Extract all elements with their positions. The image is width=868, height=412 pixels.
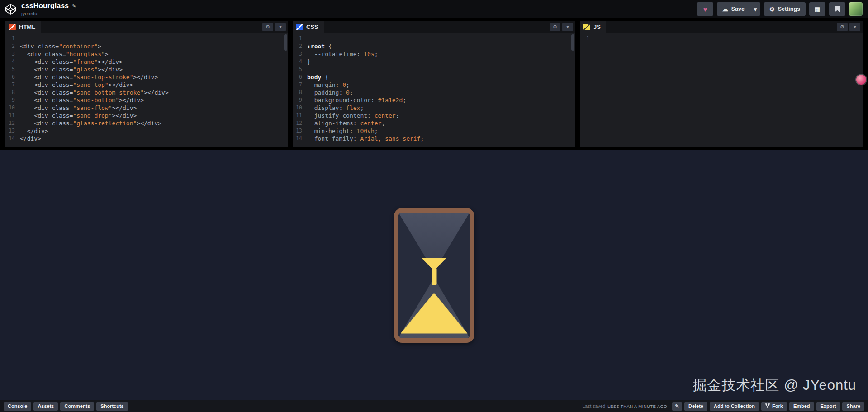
code-line[interactable]: 1 (293, 35, 575, 43)
html-panel-tab[interactable]: HTML (5, 21, 41, 33)
js-panel-tab[interactable]: JS (580, 21, 606, 33)
css-panel-tab[interactable]: CSS (293, 21, 324, 33)
shortcuts-button[interactable]: Shortcuts (96, 402, 128, 411)
code-line[interactable]: 1 (5, 35, 288, 43)
sand-top-funnel (422, 258, 446, 268)
html-editor-scrollbar[interactable] (284, 34, 287, 51)
line-number: 5 (293, 66, 307, 73)
code-line[interactable]: 9 background-color: #1a1e2d; (293, 96, 575, 104)
line-number: 3 (293, 50, 307, 58)
code-text: --rotateTime: 10s; (307, 50, 378, 58)
pin-button[interactable] (829, 2, 845, 16)
js-settings-button[interactable]: ⚙ (837, 23, 848, 31)
code-line[interactable]: 2<div class="container"> (5, 43, 288, 50)
css-collapse-button[interactable]: ▾ (562, 23, 573, 31)
code-line[interactable]: 7 margin: 0; (293, 81, 575, 89)
css-editor-panel: CSS ⚙ ▾ 12:root {3 --rotateTime: 10s;4}5… (293, 21, 575, 147)
js-code-editor[interactable]: 1 (580, 33, 863, 147)
comments-button[interactable]: Comments (60, 402, 94, 411)
preview-pane: 掘金技术社区 @ JYeontu (0, 150, 868, 400)
edit-title-icon[interactable]: ✎ (72, 3, 76, 9)
add-to-collection-button[interactable]: Add to Collection (710, 402, 759, 411)
code-line[interactable]: 11 <div class="sand-drop"></div> (5, 112, 288, 119)
code-line[interactable]: 12 align-items: center; (293, 119, 575, 127)
code-text: <div class="sand-flow"></div> (20, 104, 137, 112)
html-settings-button[interactable]: ⚙ (262, 23, 273, 31)
like-button[interactable]: ♥ (697, 2, 713, 16)
code-line[interactable]: 3 <div class="hourglass"> (5, 50, 288, 58)
code-text: <div class="container"> (20, 43, 101, 50)
code-line[interactable]: 3 --rotateTime: 10s; (293, 50, 575, 58)
code-line[interactable]: 13 </div> (5, 127, 288, 135)
avatar[interactable] (849, 2, 863, 16)
chevron-down-icon: ▾ (754, 6, 757, 12)
line-number: 8 (5, 89, 20, 96)
code-text: :root { (307, 43, 332, 50)
css-panel-label: CSS (306, 24, 318, 30)
code-line[interactable]: 2:root { (293, 43, 575, 50)
line-number: 10 (293, 104, 307, 112)
code-text: margin: 0; (307, 81, 350, 89)
code-line[interactable]: 4} (293, 58, 575, 66)
save-button[interactable]: ☁ Save (717, 2, 750, 16)
code-text: display: flex; (307, 104, 364, 112)
edit-mode-button[interactable]: ✎ (672, 402, 682, 411)
line-number: 11 (5, 112, 20, 119)
code-text: padding: 0; (307, 89, 353, 96)
fork-button[interactable]: Fork (761, 402, 787, 411)
code-line[interactable]: 14</div> (5, 135, 288, 142)
save-dropdown-button[interactable]: ▾ (750, 2, 760, 16)
html-collapse-button[interactable]: ▾ (275, 23, 286, 31)
code-text: <div class="sand-bottom"></div> (20, 96, 144, 104)
code-line[interactable]: 6 <div class="sand-top-stroke"></div> (5, 73, 288, 81)
code-line[interactable]: 7 <div class="sand-top"></div> (5, 81, 288, 89)
code-line[interactable]: 13 min-height: 100vh; (293, 127, 575, 135)
code-text: } (307, 58, 311, 66)
code-line[interactable]: 10 <div class="sand-flow"></div> (5, 104, 288, 112)
code-line[interactable]: 14 font-family: Arial, sans-serif; (293, 135, 575, 142)
change-view-button[interactable]: ▦ (809, 2, 825, 16)
html-editor-panel: HTML ⚙ ▾ 12<div class="container">3 <div… (5, 21, 288, 147)
code-line[interactable]: 6body { (293, 73, 575, 81)
assets-button[interactable]: Assets (33, 402, 58, 411)
code-text: min-height: 100vh; (307, 127, 378, 135)
code-text: <div class="glass"></div> (20, 66, 123, 73)
code-line[interactable]: 8 padding: 0; (293, 89, 575, 96)
code-line[interactable]: 4 <div class="frame"></div> (5, 58, 288, 66)
html-code-editor[interactable]: 12<div class="container">3 <div class="h… (5, 33, 288, 147)
code-line[interactable]: 5 <div class="glass"></div> (5, 66, 288, 73)
code-text: </div> (20, 135, 41, 142)
code-line[interactable]: 12 <div class="glass-reflection"></div> (5, 119, 288, 127)
codepen-logo-icon[interactable] (5, 3, 17, 15)
code-line[interactable]: 9 <div class="sand-bottom"></div> (5, 96, 288, 104)
code-line[interactable]: 11 justify-content: center; (293, 112, 575, 119)
js-collapse-button[interactable]: ▾ (849, 23, 860, 31)
code-text: <div class="hourglass"> (20, 50, 109, 58)
gear-icon: ⚙ (840, 24, 844, 30)
delete-button[interactable]: Delete (684, 402, 707, 411)
js-editor-panel: JS ⚙ ▾ 1 (580, 21, 863, 147)
settings-label: Settings (778, 6, 800, 12)
code-line[interactable]: 8 <div class="sand-bottom-stroke"></div> (5, 89, 288, 96)
pen-author[interactable]: jyeontu (21, 11, 76, 16)
code-line[interactable]: 5 (293, 66, 575, 73)
html-panel-label: HTML (19, 24, 35, 30)
code-line[interactable]: 10 display: flex; (293, 104, 575, 112)
floating-widget[interactable] (856, 75, 866, 85)
line-number: 9 (5, 96, 20, 104)
css-settings-button[interactable]: ⚙ (550, 23, 560, 31)
console-button[interactable]: Console (4, 402, 31, 411)
code-line[interactable]: 1 (580, 35, 863, 43)
share-button[interactable]: Share (842, 402, 864, 411)
saved-time: LESS THAN A MINUTE AGO (607, 404, 667, 409)
css-editor-scrollbar[interactable] (571, 34, 574, 51)
line-number: 13 (5, 127, 20, 135)
line-number: 4 (293, 58, 307, 66)
export-button[interactable]: Export (816, 402, 840, 411)
css-code-editor[interactable]: 12:root {3 --rotateTime: 10s;4}56body {7… (293, 33, 575, 147)
line-number: 6 (293, 73, 307, 81)
embed-button[interactable]: Embed (789, 402, 814, 411)
line-number: 12 (293, 119, 307, 127)
settings-button[interactable]: ⚙ Settings (764, 2, 806, 16)
code-text: </div> (20, 127, 48, 135)
